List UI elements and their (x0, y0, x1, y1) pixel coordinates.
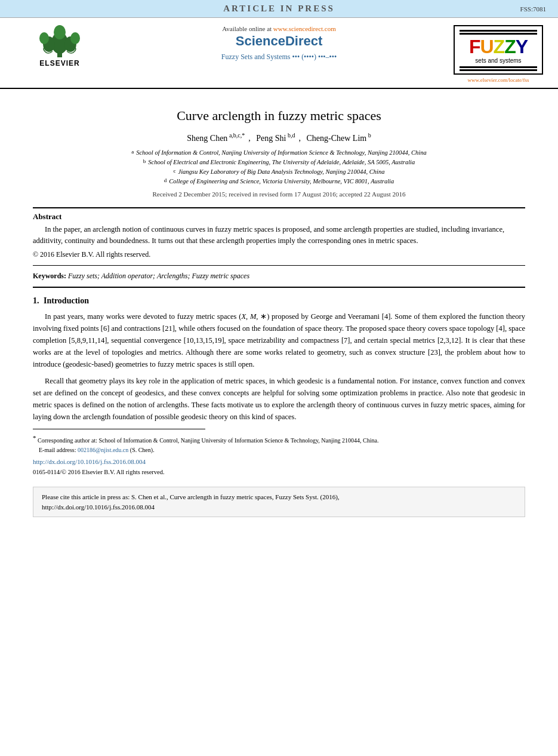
footnote-corr-text: Corresponding author at: School of Infor… (38, 438, 378, 444)
affil-row-a: a School of Information & Control, Nanji… (33, 148, 525, 158)
article-in-press-text: ARTICLE IN PRESS (223, 4, 335, 13)
header-center: Available online at www.sciencedirect.co… (107, 25, 451, 62)
affil-text-c: Jiangsu Key Laboratory of Big Data Analy… (178, 167, 385, 177)
fuzzy-y: Y (516, 36, 528, 57)
article-in-press-banner: ARTICLE IN PRESS FSS:7081 (0, 0, 558, 18)
fuzzy-u: U (480, 36, 494, 57)
divider-keywords (33, 265, 525, 266)
author-1-name: Sheng Chen (187, 134, 227, 143)
footnote-email-line: E-mail address: 002186@njist.edu.cn (S. … (33, 445, 525, 454)
authors-line: Sheng Chen a,b,c,*, Peng Shi b,d, Cheng-… (33, 132, 525, 143)
affil-text-a: School of Information & Control, Nanjing… (136, 148, 427, 158)
keywords-label: Keywords: (33, 272, 66, 280)
available-online-text: Available online at www.sciencedirect.co… (113, 25, 445, 32)
citation-please-cite: Please cite this article in press as: S.… (42, 493, 340, 500)
received-line: Received 2 December 2015; received in re… (33, 190, 525, 198)
sciencedirect-logo: ScienceDirect (113, 33, 445, 49)
elsevier-wordmark: ELSEVIER (39, 59, 79, 67)
doi-link[interactable]: http://dx.doi.org/10.1016/j.fss.2016.08.… (33, 457, 525, 467)
footnote-area: * Corresponding author at: School of Inf… (33, 433, 525, 477)
keywords-items: Fuzzy sets; Addition operator; Arclength… (68, 272, 249, 280)
sciencedirect-url-link[interactable]: www.sciencedirect.com (273, 25, 336, 32)
abstract-copyright: © 2016 Elsevier B.V. All rights reserved… (33, 250, 525, 259)
fss-number: FSS:7081 (520, 5, 546, 13)
divider-top (33, 207, 525, 208)
divider-sections (33, 287, 525, 288)
svg-point-5 (70, 32, 80, 44)
citation-doi: http://dx.doi.org/10.1016/j.fss.2016.08.… (42, 503, 155, 511)
intro-paragraph-1: In past years, many works were devoted t… (33, 311, 525, 370)
abstract-section: Abstract In the paper, an arclength noti… (33, 212, 525, 260)
fuzzy-line-1 (460, 30, 537, 32)
issn-copyright: 0165-0114/© 2016 Elsevier B.V. All right… (33, 468, 525, 477)
fuzzy-bottom-lines (460, 66, 537, 71)
email-link[interactable]: 002186@njist.edu.cn (78, 447, 128, 453)
abstract-text: In the paper, an arclength notion of con… (33, 224, 525, 247)
fuzzy-website-link[interactable]: www.elsevier.com/locate/fss (468, 77, 529, 83)
affiliations: a School of Information & Control, Nanji… (33, 148, 525, 187)
affil-text-b: School of Electrical and Electronic Engi… (148, 158, 415, 167)
elsevier-tree-icon (36, 25, 84, 58)
author-3-name: Cheng-Chew Lim (306, 134, 366, 143)
citation-box: Please cite this article in press as: S.… (33, 487, 525, 517)
elsevier-logo-container: ELSEVIER (12, 25, 107, 67)
fuzzy-f: F (469, 36, 480, 57)
affil-row-d: d College of Engineering and Science, Vi… (33, 177, 525, 186)
affil-row-c: c Jiangsu Key Laboratory of Big Data Ana… (33, 167, 525, 177)
author-1-sup: a,b,c,* (227, 132, 245, 139)
abstract-title: Abstract (33, 212, 525, 222)
header: ELSEVIER Available online at www.science… (0, 18, 558, 89)
affil-letter-d: d (164, 177, 167, 186)
fuzzy-line-3 (460, 66, 537, 68)
fuzzy-line-2 (460, 33, 537, 35)
email-label: E-mail address: (39, 447, 76, 453)
paper-title: Curve arclength in fuzzy metric spaces (33, 108, 525, 124)
section-1-title: Introduction (44, 296, 89, 305)
fuzzy-z1: Z (494, 36, 505, 57)
affil-text-d: College of Engineering and Science, Vict… (169, 177, 394, 186)
section-1-heading: 1. Introduction (33, 296, 525, 306)
intro-paragraph-2: Recall that geometry plays its key role … (33, 375, 525, 423)
affil-letter-c: c (174, 167, 176, 177)
svg-point-4 (39, 32, 49, 44)
section-1-number: 1. (33, 296, 39, 305)
affil-row-b: b School of Electrical and Electronic En… (33, 158, 525, 167)
fuzzy-subtitle: sets and systems (460, 57, 537, 64)
author-3-sup: b (366, 132, 371, 139)
fuzzy-word: FUZZY (460, 37, 537, 56)
fuzzy-line-4 (460, 69, 537, 71)
fuzzy-top-lines (460, 30, 537, 35)
svg-point-6 (54, 25, 66, 39)
author-2-sup: b,d (286, 132, 295, 139)
keywords-line: Keywords: Fuzzy sets; Addition operator;… (33, 272, 525, 281)
affil-letter-b: b (143, 158, 146, 167)
affil-letter-a: a (131, 148, 134, 158)
footnote-star: * (33, 434, 36, 441)
author-2-name: Peng Shi (256, 134, 286, 143)
main-content: Curve arclength in fuzzy metric spaces S… (0, 89, 558, 523)
fuzzy-logo-box: FUZZY sets and systems (454, 25, 543, 75)
fuzzy-logo-area: FUZZY sets and systems www.elsevier.com/… (451, 25, 546, 83)
elsevier-logo-area: ELSEVIER (12, 25, 107, 67)
email-suffix: (S. Chen). (130, 447, 155, 453)
footnote-divider (33, 429, 205, 429)
journal-title-line: Fuzzy Sets and Systems ••• (••••) •••–••… (113, 53, 445, 62)
fuzzy-z2: Z (504, 36, 516, 57)
page: ARTICLE IN PRESS FSS:7081 (0, 0, 558, 756)
footnote-corresponding: * Corresponding author at: School of Inf… (33, 433, 525, 445)
